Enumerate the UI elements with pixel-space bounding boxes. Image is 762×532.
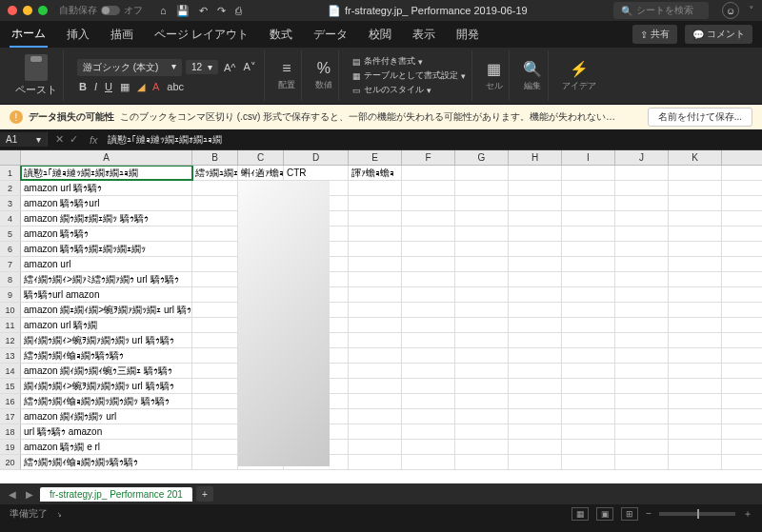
cell[interactable]: 繝ｨ繝ｩ繝ｨ>蜿ｦ繝ｧ繝ｩ繝ｯ url 驕ｩ驕ｩ bbox=[21, 333, 192, 347]
col-header[interactable]: C bbox=[238, 150, 284, 165]
row-header[interactable]: 10 bbox=[0, 303, 21, 317]
cell[interactable] bbox=[284, 257, 349, 271]
row-header[interactable]: 12 bbox=[0, 333, 21, 347]
redo-icon[interactable]: ↷ bbox=[217, 5, 226, 17]
tab-formulas[interactable]: 数式 bbox=[268, 23, 294, 47]
cell[interactable] bbox=[284, 211, 349, 226]
cancel-formula-icon[interactable]: ✕ bbox=[55, 133, 64, 146]
cell[interactable] bbox=[349, 394, 402, 408]
table-row[interactable]: 20繧ｩ繝ｩ繝ｨ蝓ｮ繝ｩ繝ｯ驕ｩ驕ｩ bbox=[0, 455, 762, 470]
cell[interactable]: 繧ｨ繝ｩ繝ｨ>繝ｧﾐ繧ｩ繝ｧ繝ｩ url 驕ｩ驕ｩ bbox=[21, 272, 192, 286]
maximize-icon[interactable] bbox=[38, 6, 48, 15]
size-select[interactable]: 12▾ bbox=[186, 60, 218, 74]
cell[interactable]: 讀懃ｭ｢縺ｮ縺ｯ繝ｪ繝ｫ繝ｭｮ繝 bbox=[21, 166, 192, 180]
row-header[interactable]: 15 bbox=[0, 379, 21, 393]
grow-font-icon[interactable]: A^ bbox=[222, 62, 238, 73]
cell[interactable] bbox=[238, 303, 284, 317]
col-header[interactable]: A bbox=[21, 150, 192, 165]
cell[interactable] bbox=[238, 287, 284, 302]
row-header[interactable]: 13 bbox=[0, 348, 21, 363]
cell[interactable] bbox=[349, 348, 402, 363]
cell[interactable] bbox=[238, 318, 284, 332]
cell[interactable] bbox=[284, 303, 349, 317]
fx-icon[interactable]: fx bbox=[86, 134, 102, 146]
table-row[interactable]: 8繧ｨ繝ｩ繝ｨ>繝ｧﾐ繧ｩ繝ｧ繝ｩ url 驕ｩ驕ｩ bbox=[0, 272, 762, 287]
cell[interactable] bbox=[349, 211, 402, 226]
zoom-slider[interactable] bbox=[659, 512, 735, 516]
align-group[interactable]: ≡配置 bbox=[278, 60, 295, 91]
accept-formula-icon[interactable]: ✓ bbox=[70, 133, 78, 146]
cell[interactable] bbox=[238, 409, 284, 424]
row-header[interactable]: 18 bbox=[0, 424, 21, 439]
cell[interactable]: amazon 繝ｩ繝ｫ繝ｪ繝ｯ 驕ｩ驕ｩ bbox=[21, 211, 192, 226]
row-header[interactable]: 2 bbox=[0, 181, 21, 195]
cell[interactable] bbox=[192, 455, 238, 469]
sheet-tab[interactable]: fr-strategy.jp_ Performance 201 bbox=[40, 487, 192, 502]
cell[interactable] bbox=[284, 196, 349, 210]
row-header[interactable]: 3 bbox=[0, 196, 21, 210]
table-row[interactable]: 2amazon url 驕ｩ驕ｩ bbox=[0, 181, 762, 196]
cell[interactable] bbox=[349, 242, 402, 256]
cell[interactable] bbox=[284, 379, 349, 393]
table-row[interactable]: 11amazon url 驕ｩ繝 bbox=[0, 318, 762, 333]
tab-data[interactable]: データ bbox=[311, 23, 350, 47]
cell[interactable] bbox=[192, 318, 238, 332]
cell[interactable] bbox=[349, 272, 402, 286]
cell[interactable] bbox=[349, 333, 402, 347]
cell[interactable] bbox=[192, 257, 238, 271]
cell[interactable]: amazon 驕ｩ驕ｩurl bbox=[21, 196, 192, 210]
cell[interactable]: amazon url 驕ｩ驕ｩ bbox=[21, 181, 192, 195]
table-row[interactable]: 18url 驕ｩ驕ｩ amazon bbox=[0, 424, 762, 440]
row-header[interactable]: 8 bbox=[0, 272, 21, 286]
spreadsheet-grid[interactable]: A B C D E F G H I J K 1讀懃ｭ｢縺ｮ縺ｯ繝ｪ繝ｫ繝ｭｮ繝繧… bbox=[0, 150, 762, 483]
underline-button[interactable]: U bbox=[103, 81, 114, 92]
italic-button[interactable]: I bbox=[92, 81, 99, 92]
row-header[interactable]: 17 bbox=[0, 409, 21, 424]
table-row[interactable]: 15繝ｨ繝ｩ繝ｨ>蜿ｦ繝ｧ繝ｩ繝ｯ url 驕ｩ驕ｩ bbox=[0, 379, 762, 394]
number-group[interactable]: %数値 bbox=[315, 60, 332, 91]
cell[interactable] bbox=[284, 333, 349, 347]
row-header[interactable]: 19 bbox=[0, 440, 21, 454]
cell[interactable] bbox=[349, 257, 402, 271]
fill-color-button[interactable]: ◢ bbox=[135, 81, 147, 93]
tab-view[interactable]: 表示 bbox=[411, 23, 437, 47]
sheet-first-icon[interactable]: ◀ bbox=[6, 489, 19, 500]
zoom-out-button[interactable]: − bbox=[646, 508, 652, 519]
table-row[interactable]: 5amazon 驕ｩ驕ｩ bbox=[0, 227, 762, 242]
cells-group[interactable]: ▦セル bbox=[486, 60, 503, 92]
cell[interactable]: amazon 驕ｩ繝 e rl bbox=[21, 440, 192, 454]
col-header[interactable]: J bbox=[615, 150, 669, 165]
cell[interactable] bbox=[192, 181, 238, 195]
col-header[interactable]: F bbox=[402, 150, 455, 165]
cell[interactable] bbox=[284, 424, 349, 439]
table-row[interactable]: 1讀懃ｭ｢縺ｮ縺ｯ繝ｪ繝ｫ繝ｭｮ繝繧ｯ繝ｭ繝ｪ縺ｸ隱蝌ｨ遒ｧ蟾ｮ繝CTR諢ｧ蟾ｮ… bbox=[0, 166, 762, 181]
cell[interactable] bbox=[349, 181, 402, 195]
cell[interactable] bbox=[192, 196, 238, 210]
share-button[interactable]: ⇪ 共有 bbox=[632, 25, 677, 44]
cell[interactable] bbox=[192, 364, 238, 378]
row-header[interactable]: 14 bbox=[0, 364, 21, 378]
col-header[interactable]: G bbox=[455, 150, 509, 165]
table-row[interactable]: 9驕ｩ驕ｩurl amazon bbox=[0, 287, 762, 303]
cell[interactable] bbox=[192, 242, 238, 256]
cell[interactable] bbox=[238, 364, 284, 378]
cell[interactable] bbox=[238, 227, 284, 241]
minimize-icon[interactable] bbox=[23, 6, 32, 15]
cell[interactable] bbox=[192, 211, 238, 226]
row-header[interactable]: 6 bbox=[0, 242, 21, 256]
cell[interactable] bbox=[238, 440, 284, 454]
sheet-prev-icon[interactable]: ▶ bbox=[23, 489, 36, 500]
cell[interactable]: 蝌ｨ遒ｧ蟾ｮ繝 bbox=[238, 166, 284, 180]
row-header[interactable]: 11 bbox=[0, 318, 21, 332]
chevron-down-icon[interactable]: ˅ bbox=[749, 5, 754, 17]
cell[interactable] bbox=[349, 440, 402, 454]
cell[interactable] bbox=[238, 181, 284, 195]
cell[interactable] bbox=[238, 348, 284, 363]
cell[interactable]: CTR bbox=[284, 166, 349, 180]
cell[interactable] bbox=[192, 424, 238, 439]
cell[interactable]: url 驕ｩ驕ｩ amazon bbox=[21, 424, 192, 439]
cell[interactable] bbox=[349, 379, 402, 393]
table-row[interactable]: 16繧ｩ繝ｩ繝ｨ蝓ｮ繝ｩ繝ｯ繝ｩ繝ｯ 驕ｩ驕ｩ bbox=[0, 394, 762, 409]
cell[interactable] bbox=[284, 318, 349, 332]
cell[interactable] bbox=[284, 455, 349, 469]
